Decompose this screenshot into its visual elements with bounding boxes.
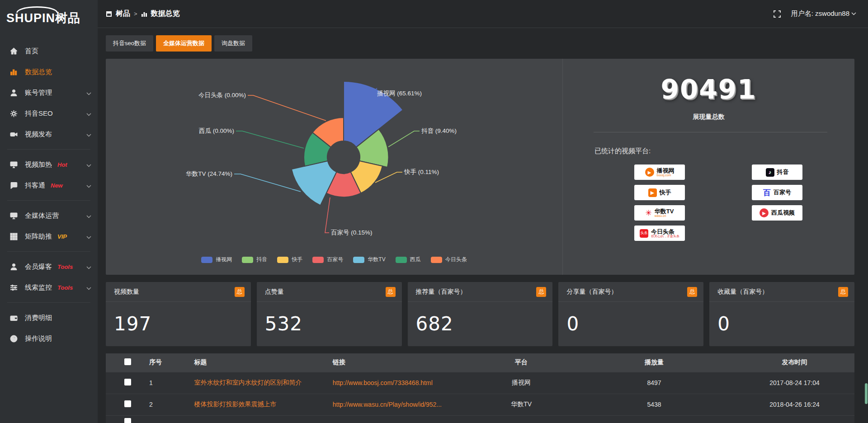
platform-badge-快手: ▶快手: [634, 185, 685, 200]
sidebar-item-label: 操作说明: [25, 334, 52, 343]
cell-url-link[interactable]: http://www.boosj.com/7338468.html: [333, 379, 433, 386]
platform-badge-西瓜视频: ▶西瓜视频: [752, 205, 802, 221]
legend-swatch: [312, 257, 324, 263]
platform-name: 百家号: [774, 189, 791, 196]
select-all-checkbox[interactable]: [124, 358, 131, 365]
username-label: 用户名: zswodun88: [791, 9, 849, 18]
person-icon: [10, 263, 18, 271]
chevron-down-icon: [86, 212, 91, 220]
username-menu[interactable]: 用户名: zswodun88: [791, 9, 856, 18]
legend-item-快手[interactable]: 快手: [277, 256, 302, 263]
col-num: 序号: [149, 353, 194, 372]
app-root: SHUPIN树品 首页数据总览账号管理抖音SEO视频发布视频加热Hot抖客通Ne…: [0, 0, 868, 423]
sidebar-item-5[interactable]: 视频发布: [0, 124, 98, 145]
sidebar-item-3[interactable]: 账号管理: [0, 82, 98, 103]
sidebar-item-6[interactable]: 视频加热Hot: [0, 154, 98, 175]
platform-badges-right: ♪抖音百百家号▶西瓜视频: [752, 164, 802, 241]
sidebar-item-label: 首页: [25, 47, 38, 56]
monitor-play-icon: [10, 161, 18, 169]
chart-panel: 播视网 (65.61%)抖音 (9.40%)快手 (0.11%)百家号 (0.1…: [106, 59, 854, 275]
cell-title-link[interactable]: 室外水纹灯和室内水纹灯的区别和简介: [194, 379, 302, 386]
sidebar-item-10[interactable]: 会员爆客Tools: [0, 256, 98, 277]
sidebar-item-8[interactable]: 全媒体运营: [0, 205, 98, 226]
stat-card-value: 682: [408, 302, 553, 335]
stat-card-total-badge: 总: [536, 287, 546, 297]
sidebar-item-7[interactable]: 抖客通New: [0, 175, 98, 196]
stat-card-1: 视频数量 总 197: [106, 282, 251, 346]
cell-plays: 5438: [574, 394, 735, 415]
col-plays: 播放量: [574, 353, 735, 372]
pie-label: 快手 (0.11%): [404, 169, 439, 175]
legend-item-今日头条[interactable]: 今日头条: [431, 256, 467, 263]
stat-card-title: 视频数量: [114, 288, 139, 296]
sidebar-item-11[interactable]: 线索监控Tools: [0, 277, 98, 298]
sidebar-divider: [7, 302, 90, 303]
pie-label-line: [325, 197, 330, 233]
chat-icon: [10, 182, 18, 189]
col-platform: 平台: [469, 353, 574, 372]
video-table-section: 序号 标题 链接 平台 播放量 发布时间 1 室外水纹灯和室内水纹灯的区别和简介…: [106, 353, 854, 423]
tab-3[interactable]: 询盘数据: [214, 35, 252, 52]
stat-card-title: 点赞量: [265, 288, 284, 296]
platform-subtext: 你关心的，才是头条: [651, 235, 679, 238]
stat-card-value: 532: [257, 302, 402, 335]
platform-badge-华数TV: ✳华数TVwasu.cn: [634, 205, 685, 221]
sidebar-item-2[interactable]: 数据总览: [0, 61, 98, 82]
cell-url-link[interactable]: http://www.wasu.cn/Play/show/id/952...: [333, 401, 442, 408]
cell-plays: 8497: [574, 372, 735, 394]
legend-item-华数TV[interactable]: 华数TV: [353, 256, 385, 263]
breadcrumb-root-icon: [106, 11, 112, 17]
chevron-down-icon: [86, 284, 91, 291]
cell-title-link[interactable]: 楼体投影灯投影效果震撼上市: [194, 400, 276, 408]
table-row-2: 2 楼体投影灯投影效果震撼上市 http://www.wasu.cn/Play/…: [106, 394, 854, 415]
sidebar-item-label: 矩阵助推: [25, 232, 52, 241]
legend-label: 快手: [292, 256, 302, 263]
page-scrollbar[interactable]: [864, 0, 868, 423]
legend-label: 播视网: [216, 256, 232, 263]
fullscreen-icon[interactable]: [773, 10, 781, 18]
stat-card-header: 点赞量 总: [257, 282, 402, 302]
scrollbar-thumb[interactable]: [865, 383, 868, 404]
boosj-play-icon: ▶: [645, 168, 654, 177]
breadcrumb-root[interactable]: 树品: [116, 9, 130, 19]
sliders-icon: [10, 284, 18, 291]
pie-label-line: [388, 131, 420, 147]
legend-label: 今日头条: [445, 256, 467, 263]
legend-swatch: [201, 257, 212, 263]
gear-icon: [10, 110, 18, 118]
platform-badges: ▶播视网boosj.com▶快手✳华数TVwasu.cn头条今日头条你关心的，才…: [634, 164, 854, 241]
sidebar-item-9[interactable]: 矩阵助推VIP: [0, 226, 98, 247]
sidebar-item-12[interactable]: 消费明细: [0, 307, 98, 328]
platform-badges-left: ▶播视网boosj.com▶快手✳华数TVwasu.cn头条今日头条你关心的，才…: [634, 164, 685, 241]
sidebar-item-4[interactable]: 抖音SEO: [0, 103, 98, 124]
sidebar: SHUPIN树品 首页数据总览账号管理抖音SEO视频发布视频加热Hot抖客通Ne…: [0, 0, 98, 423]
sidebar-item-badge: Tools: [57, 263, 73, 270]
breadcrumb-current: 数据总览: [151, 9, 180, 19]
breadcrumb: 树品 > 数据总览: [106, 9, 180, 19]
legend-item-抖音[interactable]: 抖音: [242, 256, 267, 263]
legend-item-西瓜[interactable]: 西瓜: [396, 256, 421, 263]
sidebar-item-13[interactable]: ?操作说明: [0, 328, 98, 349]
tab-2[interactable]: 全媒体运营数据: [156, 35, 212, 52]
wasu-burst-icon: ✳: [646, 208, 652, 218]
app-logo: SHUPIN树品: [0, 4, 98, 33]
main-area: 树品 > 数据总览 用户名: zswodun88 抖音seo数据全媒体: [98, 0, 868, 423]
tab-1[interactable]: 抖音seo数据: [106, 35, 153, 52]
cell-num: 2: [149, 394, 194, 415]
content: 抖音seo数据全媒体运营数据询盘数据 播视网 (65.61%)抖音 (9.40%…: [98, 28, 868, 423]
row-checkbox[interactable]: [124, 418, 131, 423]
row-checkbox[interactable]: [124, 379, 131, 385]
sidebar-item-1[interactable]: 首页: [0, 41, 98, 61]
sidebar-item-badge: Tools: [57, 284, 73, 291]
sidebar-item-label: 视频发布: [25, 130, 52, 139]
cell-time: 2017-08-24 17:04: [735, 372, 854, 394]
legend-item-播视网[interactable]: 播视网: [201, 256, 232, 263]
stat-card-total-badge: 总: [386, 287, 396, 297]
row-checkbox[interactable]: [124, 400, 131, 407]
platform-name: 今日头条: [651, 229, 679, 235]
table-row-partial: [106, 415, 854, 423]
cell-platform: 华数TV: [469, 394, 574, 415]
stat-card-header: 推荐量（百家号） 总: [408, 282, 553, 302]
legend-item-百家号[interactable]: 百家号: [312, 256, 343, 263]
chevron-down-icon: [86, 182, 91, 189]
